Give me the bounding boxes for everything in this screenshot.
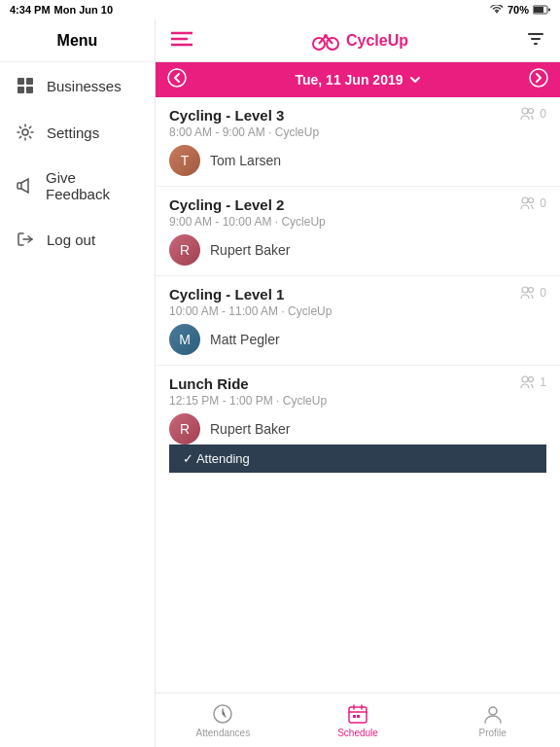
tab-profile-label: Profile xyxy=(479,728,507,738)
tab-schedule[interactable]: Schedule xyxy=(291,702,426,738)
date-bar: Tue, 11 Jun 2019 xyxy=(156,62,560,97)
top-nav: CycleUp xyxy=(156,19,560,62)
sidebar-title: Menu xyxy=(0,19,155,62)
wifi-icon xyxy=(490,5,504,15)
app-name: CycleUp xyxy=(346,32,408,50)
item-1-attendees: 0 xyxy=(520,107,546,121)
svg-point-13 xyxy=(324,34,328,38)
attendees-icon-3 xyxy=(520,286,536,300)
sidebar-label-settings: Settings xyxy=(47,124,99,141)
svg-rect-6 xyxy=(26,87,33,93)
sidebar-item-settings[interactable]: Settings xyxy=(0,109,155,156)
schedule-item-2[interactable]: Cycling - Level 2 9:00 AM - 10:00 AM · C… xyxy=(156,187,560,276)
svg-point-14 xyxy=(168,69,186,87)
item-3-avatar: M xyxy=(169,324,200,355)
hamburger-button[interactable] xyxy=(171,31,192,51)
svg-point-22 xyxy=(522,376,528,382)
sidebar-item-log-out[interactable]: Log out xyxy=(0,216,155,263)
schedule-item-3[interactable]: Cycling - Level 1 10:00 AM - 11:00 AM · … xyxy=(156,276,560,366)
hamburger-icon xyxy=(171,31,192,47)
attendances-icon xyxy=(211,702,234,726)
gear-icon xyxy=(16,123,35,142)
svg-rect-27 xyxy=(357,715,360,718)
attendees-icon-1 xyxy=(520,107,536,121)
item-4-time: 12:15 PM - 1:00 PM · CycleUp xyxy=(169,394,327,408)
current-date: Tue, 11 Jun 2019 xyxy=(295,72,402,88)
filter-icon xyxy=(527,30,544,48)
megaphone-icon xyxy=(16,176,34,196)
app-container: Menu Businesses Settings Give Feedback L… xyxy=(0,19,560,747)
cycleup-logo-icon xyxy=(311,31,340,51)
item-2-time: 9:00 AM - 10:00 AM · CycleUp xyxy=(169,215,326,229)
item-2-instructor-name: Rupert Baker xyxy=(210,242,290,258)
item-4-instructor-name: Rupert Baker xyxy=(210,421,290,437)
svg-point-21 xyxy=(529,288,534,293)
item-1-title: Cycling - Level 3 xyxy=(169,107,319,124)
svg-point-19 xyxy=(529,198,534,203)
battery-icon xyxy=(533,5,550,15)
date-dropdown-icon xyxy=(409,74,421,86)
svg-rect-3 xyxy=(18,78,24,85)
svg-point-7 xyxy=(22,129,28,135)
status-date: Mon Jun 10 xyxy=(54,4,114,16)
item-2-count: 0 xyxy=(540,196,546,210)
item-1-instructor-row: T Tom Larsen xyxy=(169,145,546,176)
bottom-tab-bar: Attendances Schedule Profile xyxy=(156,693,560,747)
sidebar-label-log-out: Log out xyxy=(47,231,95,248)
item-1-time: 8:00 AM - 9:00 AM · CycleUp xyxy=(169,125,319,139)
profile-icon xyxy=(481,702,505,726)
schedule-item-1[interactable]: Cycling - Level 3 8:00 AM - 9:00 AM · Cy… xyxy=(156,97,560,187)
status-time: 4:34 PM xyxy=(10,4,51,16)
main-content: CycleUp Tue, 11 Jun 2019 xyxy=(156,19,560,747)
svg-point-20 xyxy=(522,287,528,293)
item-4-count: 1 xyxy=(540,375,546,389)
item-3-count: 0 xyxy=(540,286,546,300)
svg-point-28 xyxy=(489,707,497,715)
svg-rect-26 xyxy=(353,715,356,718)
logout-icon xyxy=(16,230,35,249)
date-display[interactable]: Tue, 11 Jun 2019 xyxy=(295,72,420,88)
svg-rect-4 xyxy=(26,78,33,85)
battery-text: 70% xyxy=(508,4,529,16)
item-4-title: Lunch Ride xyxy=(169,375,327,392)
sidebar-item-businesses[interactable]: Businesses xyxy=(0,62,155,109)
item-4-avatar: R xyxy=(169,413,200,445)
svg-point-18 xyxy=(522,197,528,203)
sidebar-label-businesses: Businesses xyxy=(47,78,122,94)
item-3-attendees: 0 xyxy=(520,286,546,300)
tab-attendances-label: Attendances xyxy=(196,728,251,738)
svg-rect-5 xyxy=(18,87,24,93)
item-4-attendees: 1 xyxy=(520,375,546,389)
sidebar: Menu Businesses Settings Give Feedback L… xyxy=(0,19,156,747)
item-3-instructor-row: M Matt Pegler xyxy=(169,324,546,355)
item-2-avatar: R xyxy=(169,234,200,266)
svg-rect-2 xyxy=(548,9,550,12)
grid-icon xyxy=(16,76,35,95)
item-1-instructor-name: Tom Larsen xyxy=(210,153,281,168)
attending-label: ✓ Attending xyxy=(183,451,250,466)
tab-attendances[interactable]: Attendances xyxy=(156,702,291,738)
next-date-button[interactable] xyxy=(529,68,548,91)
sidebar-item-give-feedback[interactable]: Give Feedback xyxy=(0,156,155,216)
schedule-icon xyxy=(346,702,369,726)
svg-rect-1 xyxy=(534,7,543,13)
app-logo: CycleUp xyxy=(311,31,408,51)
attending-bar: ✓ Attending xyxy=(169,445,546,473)
item-3-time: 10:00 AM - 11:00 AM · CycleUp xyxy=(169,304,332,318)
item-2-attendees: 0 xyxy=(520,196,546,210)
attendees-icon-2 xyxy=(520,196,536,210)
item-2-instructor-row: R Rupert Baker xyxy=(169,234,546,266)
item-3-title: Cycling - Level 1 xyxy=(169,286,332,302)
chevron-left-icon xyxy=(167,68,187,88)
svg-point-17 xyxy=(529,109,534,114)
item-1-count: 0 xyxy=(540,107,546,121)
prev-date-button[interactable] xyxy=(167,68,187,91)
attendees-icon-4 xyxy=(520,375,536,389)
svg-point-16 xyxy=(522,108,528,114)
sidebar-label-give-feedback: Give Feedback xyxy=(46,169,139,202)
chevron-right-icon xyxy=(529,68,548,88)
schedule-item-4[interactable]: Lunch Ride 12:15 PM - 1:00 PM · CycleUp … xyxy=(156,366,560,482)
tab-profile[interactable]: Profile xyxy=(425,702,560,738)
item-2-title: Cycling - Level 2 xyxy=(169,196,326,213)
filter-button[interactable] xyxy=(527,30,544,52)
